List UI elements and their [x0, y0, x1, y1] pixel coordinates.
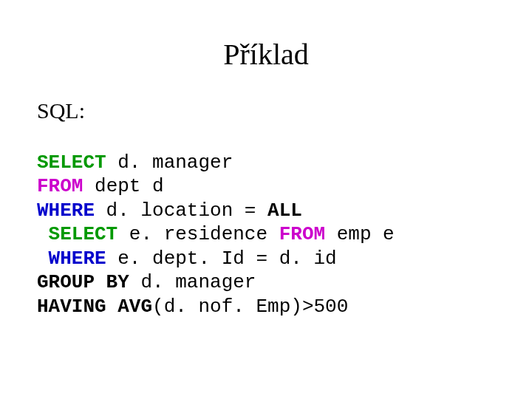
code-text [37, 223, 49, 245]
keyword-having: HAVING [37, 296, 106, 318]
code-line-3: WHERE d. location = ALL [37, 200, 302, 222]
keyword-select: SELECT [49, 223, 118, 245]
code-line-1: SELECT d. manager [37, 151, 233, 174]
code-line-5: WHERE e. dept. Id = d. id [37, 248, 337, 270]
keyword-where: WHERE [37, 200, 95, 222]
code-text: d. manager [129, 271, 256, 293]
code-text: e. residence [117, 223, 279, 245]
keyword-select: SELECT [37, 151, 106, 174]
code-text: dept d [83, 175, 163, 197]
code-text: d. location = [95, 200, 267, 222]
keyword-from: FROM [37, 175, 83, 197]
code-line-6: GROUP BY d. manager [37, 271, 256, 293]
slide-title: Příklad [37, 37, 495, 72]
keyword-from: FROM [279, 223, 325, 245]
code-text [37, 248, 49, 270]
keyword-where: WHERE [49, 248, 106, 270]
code-text: e. dept. Id = d. id [106, 248, 337, 270]
code-text [106, 296, 118, 318]
keyword-avg: AVG [117, 296, 152, 318]
sql-label: SQL: [37, 98, 495, 123]
keyword-groupby: GROUP BY [37, 271, 129, 293]
code-line-4: SELECT e. residence FROM emp e [37, 223, 395, 245]
keyword-all: ALL [267, 200, 302, 222]
code-line-2: FROM dept d [37, 175, 164, 197]
code-text: (d. nof. Emp)>500 [152, 296, 348, 318]
code-text: emp e [325, 223, 395, 245]
sql-code-block: SELECT d. manager FROM dept d WHERE d. l… [37, 126, 495, 318]
code-line-7: HAVING AVG(d. nof. Emp)>500 [37, 296, 348, 318]
slide: Příklad SQL: SELECT d. manager FROM dept… [0, 0, 532, 399]
code-text: d. manager [106, 151, 233, 174]
